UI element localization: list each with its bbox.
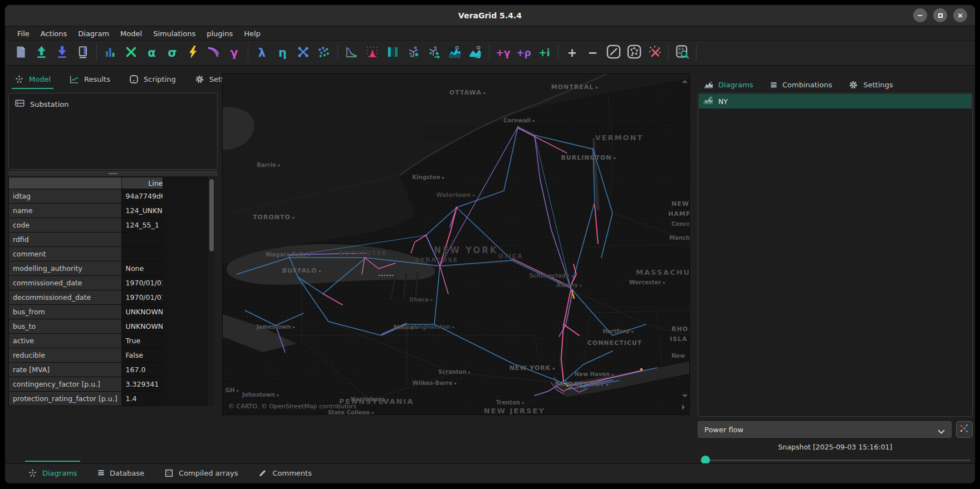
monitor-icon bbox=[76, 46, 89, 61]
map-label: Niagara Falls▪ bbox=[266, 251, 311, 258]
simulation-select[interactable]: Power flow bbox=[698, 421, 952, 438]
columns-plot-button[interactable] bbox=[383, 43, 403, 63]
menu-item-actions[interactable]: Actions bbox=[35, 28, 73, 39]
title-bar[interactable]: VeraGrid 5.4.4 − × bbox=[5, 5, 975, 26]
lambda-button[interactable]: λ bbox=[252, 43, 272, 63]
zoom-in-button[interactable]: + bbox=[562, 43, 582, 63]
voltage-collapse-button[interactable] bbox=[203, 43, 224, 63]
menu-item-model[interactable]: Model bbox=[115, 28, 148, 39]
add-rho-button[interactable]: +ρ bbox=[513, 43, 534, 63]
power-flow-button[interactable] bbox=[183, 43, 203, 63]
properties-scrollbar[interactable] bbox=[209, 177, 214, 406]
tab-results[interactable]: Results bbox=[68, 71, 112, 88]
map-scroll-right-icon[interactable] bbox=[682, 404, 688, 410]
add-gamma-button[interactable]: +γ bbox=[493, 43, 513, 63]
scrollbar-handle[interactable] bbox=[209, 179, 214, 251]
map-label: TORONTO▪ bbox=[253, 214, 295, 221]
map-label: Kingston▪ bbox=[412, 174, 444, 180]
menu-lines-icon: ≡ bbox=[770, 81, 777, 90]
map-canvas[interactable]: OTTAWA▪MONTREAL▪Cornwall▪Barrie▪Kingston… bbox=[222, 73, 690, 415]
new-schematic-button[interactable] bbox=[624, 43, 644, 63]
map-label: GH▪ bbox=[226, 387, 239, 393]
sigma-icon: σ bbox=[168, 47, 177, 59]
close-button[interactable]: × bbox=[953, 8, 967, 22]
menu-item-plugins[interactable]: plugins bbox=[201, 28, 238, 39]
map-label: NEW bbox=[672, 200, 689, 208]
minimize-button[interactable]: − bbox=[913, 8, 927, 22]
tab-model[interactable]: Model bbox=[13, 71, 52, 88]
area-plot-b-button[interactable] bbox=[465, 43, 486, 63]
run-simulation-button[interactable] bbox=[956, 421, 973, 438]
contingency-button[interactable] bbox=[293, 43, 313, 63]
wave-icon bbox=[70, 75, 79, 84]
close-icon: × bbox=[957, 11, 963, 19]
window-title: VeraGrid 5.4.4 bbox=[458, 11, 522, 20]
maximize-button[interactable] bbox=[933, 8, 947, 22]
property-name-cell: reducible bbox=[9, 348, 122, 363]
wind-cluster-b-button[interactable] bbox=[424, 43, 444, 63]
map-label: Trenton▪ bbox=[496, 399, 524, 406]
property-name-cell: contingency_factor [p.u.] bbox=[9, 377, 122, 392]
add-i-button[interactable]: +i bbox=[534, 43, 555, 63]
zoom-out-button[interactable]: − bbox=[582, 43, 603, 63]
status-tab-diagrams[interactable]: Diagrams bbox=[26, 465, 79, 482]
menu-item-diagram[interactable]: Diagram bbox=[72, 28, 115, 39]
slider-track[interactable] bbox=[700, 460, 971, 461]
arrow-down-icon bbox=[56, 46, 68, 61]
histogram-button[interactable] bbox=[100, 43, 121, 63]
tab-diagrams[interactable]: Diagrams bbox=[702, 76, 755, 93]
property-name-cell: decommissioned_date bbox=[9, 290, 122, 305]
diagram-item-label: NY bbox=[718, 97, 728, 106]
map-label: Cornwall▪ bbox=[503, 117, 535, 124]
edit-diagram-button[interactable] bbox=[603, 43, 624, 63]
wind-cluster-a-button[interactable] bbox=[403, 43, 424, 63]
gear-icon bbox=[195, 75, 204, 84]
tab-settings[interactable]: Settings bbox=[847, 76, 894, 93]
toolbar-separator bbox=[248, 45, 248, 61]
molecule-icon bbox=[14, 75, 24, 84]
area-plot-a-button[interactable] bbox=[444, 43, 465, 63]
open-file-button[interactable] bbox=[31, 43, 52, 63]
delete-from-schematic-button[interactable] bbox=[644, 43, 665, 63]
scatter-study-button[interactable] bbox=[313, 43, 334, 63]
map-label: NEW JERSEY bbox=[484, 407, 545, 415]
alpha-button[interactable]: α bbox=[141, 43, 162, 63]
menu-item-help[interactable]: Help bbox=[238, 28, 266, 39]
map-label: Johnstown▪ bbox=[242, 392, 279, 398]
tree-item-label: Substation bbox=[30, 100, 68, 108]
distribution-plot-button[interactable] bbox=[362, 43, 383, 63]
map-label: Scranton▪ bbox=[438, 369, 471, 375]
property-name-cell: active bbox=[9, 334, 122, 348]
sigma-button[interactable]: σ bbox=[162, 43, 183, 63]
menu-bar: FileActionsDiagramModelSimulationsplugin… bbox=[5, 27, 975, 41]
toolbar-separator bbox=[668, 45, 669, 61]
map-scroll-down-icon[interactable] bbox=[682, 394, 688, 400]
export-view-button[interactable] bbox=[72, 43, 93, 63]
property-name-cell: comment bbox=[9, 247, 122, 261]
left-splitter[interactable] bbox=[8, 171, 218, 176]
tab-label: Database bbox=[110, 469, 144, 477]
map-label: OTTAWA▪ bbox=[449, 89, 486, 96]
status-tab-compiled-arrays[interactable]: Compiled arrays bbox=[163, 465, 239, 482]
clear-results-button[interactable] bbox=[121, 43, 141, 63]
diagram-item-ny[interactable]: NY bbox=[699, 94, 972, 108]
tab-scripting[interactable]: Scripting bbox=[128, 71, 178, 88]
property-name-cell: idtag bbox=[9, 189, 122, 204]
map-label: Albany▪ bbox=[556, 282, 582, 288]
gamma-button[interactable]: γ bbox=[224, 43, 244, 63]
map-label: UTICA bbox=[498, 253, 523, 260]
status-tab-comments[interactable]: Comments bbox=[256, 465, 313, 482]
find-in-database-button[interactable]: 0 00 bbox=[672, 43, 693, 63]
new-file-button[interactable] bbox=[11, 43, 31, 63]
map-label: State College▪ bbox=[328, 409, 374, 415]
decay-plot-button[interactable] bbox=[341, 43, 362, 63]
menu-item-file[interactable]: File bbox=[12, 28, 35, 39]
status-tab-database[interactable]: ≡Database bbox=[96, 465, 146, 481]
zoom-out-icon: − bbox=[588, 47, 598, 59]
map-scroll-up-icon[interactable] bbox=[682, 77, 688, 83]
menu-item-simulations[interactable]: Simulations bbox=[148, 28, 201, 39]
save-file-button[interactable] bbox=[52, 43, 72, 63]
eta-button[interactable]: η bbox=[272, 43, 293, 63]
tree-item-substation[interactable]: Substation bbox=[9, 93, 217, 115]
tab-combinations[interactable]: ≡Combinations bbox=[768, 77, 834, 93]
